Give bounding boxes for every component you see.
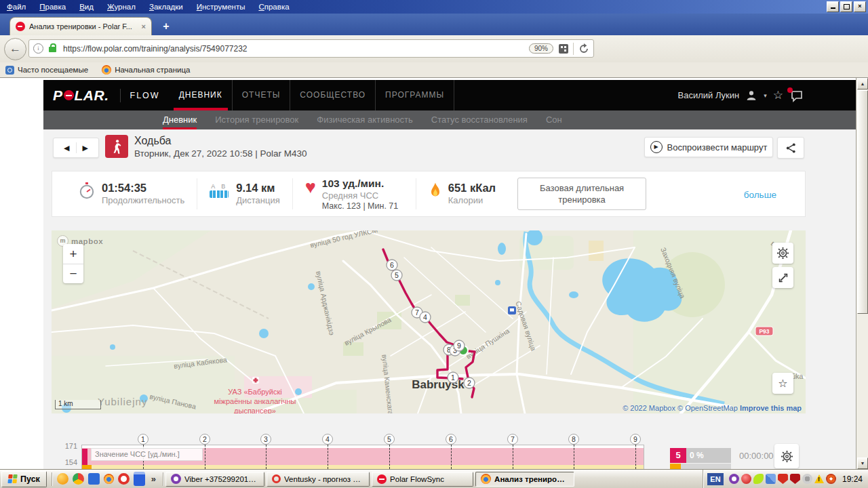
notifications-icon[interactable] [789, 89, 804, 102]
scrollbar-thumb[interactable] [857, 90, 868, 314]
quick-launch-overflow[interactable]: » [149, 474, 158, 484]
browser-tab[interactable]: Анализ тренировки - Polar F... × [9, 17, 152, 35]
new-tab-button[interactable]: + [157, 19, 175, 34]
bookmark-most-visited[interactable]: Часто посещаемые [5, 66, 88, 75]
favorites-star-icon[interactable]: ☆ [773, 88, 783, 102]
street-label: вуліца Арджанікідзэ [315, 270, 336, 336]
blue-app-icon[interactable] [88, 473, 100, 485]
url-text[interactable]: https://flow.polar.com/training/analysis… [63, 44, 529, 54]
menu-history[interactable]: Журнал [100, 0, 142, 14]
poi-label: міжраённы анкалагічны [214, 397, 296, 405]
map-zoom-control[interactable]: + − [63, 244, 83, 283]
nav-community[interactable]: СООБЩЕСТВО [290, 80, 376, 110]
prev-next-session-buttons[interactable]: ◀ ▶ [53, 138, 99, 158]
menu-file[interactable]: Файл [0, 0, 33, 14]
stat-distance: AB 9.14 км Дистанция [197, 182, 292, 206]
start-button[interactable]: Пуск [1, 471, 47, 487]
subnav-diary[interactable]: Дневник [163, 110, 197, 129]
antivirus-icon[interactable] [57, 473, 68, 485]
chart-km-gridline [328, 445, 328, 469]
polar-flowsync-icon [377, 474, 387, 484]
scroll-down-icon[interactable]: ▼ [857, 458, 868, 469]
window-close-button[interactable]: × [854, 1, 866, 12]
tray-red-icon[interactable] [741, 474, 751, 484]
page-info-icon[interactable]: i [33, 43, 43, 54]
primary-nav: ДНЕВНИК ОТЧЕТЫ СООБЩЕСТВО ПРОГРАММЫ [170, 80, 455, 110]
bookmark-home-page[interactable]: Начальная страница [102, 65, 190, 75]
taskbar-item-viber[interactable]: Viber +375299201085 [165, 472, 264, 487]
page-actions-icon[interactable] [559, 44, 568, 54]
subnav-training-history[interactable]: История тренировок [215, 110, 298, 129]
more-link[interactable]: больше [744, 190, 776, 200]
subnav-sleep[interactable]: Сон [546, 110, 562, 129]
windows-taskbar: Пуск » Viber +375299201085 Ventusky - пр… [0, 469, 868, 488]
save-floppy-icon[interactable] [134, 472, 145, 486]
polar-logo[interactable]: PLAR. [53, 87, 109, 104]
tab-close-icon[interactable]: × [142, 22, 146, 30]
taskbar-item-firefox-active[interactable]: Анализ тренировки - ... [475, 472, 574, 487]
tray-webcam-icon[interactable] [802, 474, 812, 484]
menu-view[interactable]: Вид [73, 0, 100, 14]
tray-antivirus-icon[interactable] [790, 474, 800, 484]
firefox-icon[interactable] [104, 474, 114, 484]
opera-icon[interactable] [118, 473, 130, 485]
map-km-marker-label: 4 [423, 313, 427, 321]
hr-chart[interactable]: 171 154 Значение ЧСС [уд./мин.] 12345678… [52, 434, 806, 469]
hr-max-min: Макс. 123 | Мин. 71 [322, 201, 403, 211]
map-fullscreen-button[interactable] [772, 267, 793, 288]
tray-viber-icon[interactable] [729, 474, 739, 484]
divider [163, 472, 163, 486]
tray-lime-icon[interactable] [753, 474, 764, 484]
route-map[interactable]: Р93 вуліца 50 год УЛКСМ Заходняя вуліца … [52, 230, 806, 413]
page-scrollbar[interactable]: ▲ ▼ [856, 78, 868, 469]
duration-value: 01:54:35 [102, 182, 184, 195]
hr-zone4-badge [670, 464, 681, 469]
share-button[interactable] [777, 137, 804, 159]
activity-title: Ходьба [134, 135, 171, 147]
tray-warning-icon[interactable] [814, 474, 824, 483]
play-route-button[interactable]: ▶ Воспроизвести маршрут [644, 137, 773, 157]
calories-label: Калории [448, 195, 496, 206]
reload-icon[interactable] [578, 43, 589, 54]
menu-tools[interactable]: Инструменты [190, 0, 252, 14]
tray-target-icon[interactable] [826, 474, 836, 484]
stat-duration: 01:54:35 Продолжительность [52, 182, 197, 206]
taskbar-item-ventusky[interactable]: Ventusky - прогноз пого... [267, 472, 370, 487]
zoom-level-badge[interactable]: 90% [529, 43, 553, 54]
chrome-icon[interactable] [73, 473, 84, 485]
improve-map-link[interactable]: Improve this map [740, 404, 802, 412]
menu-bookmarks[interactable]: Закладки [142, 0, 190, 14]
taskbar-item-flowsync[interactable]: Polar FlowSync [372, 472, 473, 487]
map-km-marker-label: 7 [415, 308, 419, 317]
chart-settings-button[interactable] [774, 444, 799, 468]
zoom-in-button[interactable]: + [63, 245, 83, 264]
address-bar[interactable]: i https://flow.polar.com/training/analys… [28, 39, 594, 58]
nav-programs[interactable]: ПРОГРАММЫ [376, 80, 454, 110]
window-minimize-button[interactable] [827, 1, 839, 12]
secure-lock-icon[interactable] [49, 47, 56, 52]
summary-stats-card: 01:54:35 Продолжительность AB 9.14 км Ди… [52, 171, 806, 217]
calories-value: 651 кКал [448, 182, 496, 195]
stopwatch-icon [78, 182, 96, 200]
menu-help[interactable]: Справка [252, 0, 296, 14]
nav-diary[interactable]: ДНЕВНИК [170, 80, 233, 110]
tray-shield-icon[interactable] [778, 474, 788, 484]
training-benefit-box[interactable]: Базовая длительная тренировка [517, 178, 646, 210]
most-visited-icon [5, 66, 14, 75]
nav-reports[interactable]: ОТЧЕТЫ [233, 80, 291, 110]
language-indicator[interactable]: EN [707, 473, 724, 485]
menu-edit[interactable]: Правка [33, 0, 73, 14]
subnav-recovery-status[interactable]: Статус восстановления [431, 110, 528, 129]
subnav-activity[interactable]: Физическая активность [317, 110, 413, 129]
previous-session-icon[interactable]: ◀ [58, 144, 75, 152]
zoom-out-button[interactable]: − [63, 264, 83, 283]
back-button[interactable]: ← [4, 38, 26, 60]
user-menu[interactable]: Василий Лукин ▾ ☆ [678, 80, 804, 110]
window-restore-button[interactable] [840, 1, 852, 12]
scroll-up-icon[interactable]: ▲ [857, 78, 868, 89]
next-session-icon[interactable]: ▶ [77, 144, 94, 152]
map-settings-button[interactable] [772, 243, 793, 264]
map-favorite-button[interactable]: ☆ [772, 373, 793, 394]
road-badge: Р93 [755, 327, 773, 336]
tray-puzzle-icon[interactable] [766, 474, 776, 484]
